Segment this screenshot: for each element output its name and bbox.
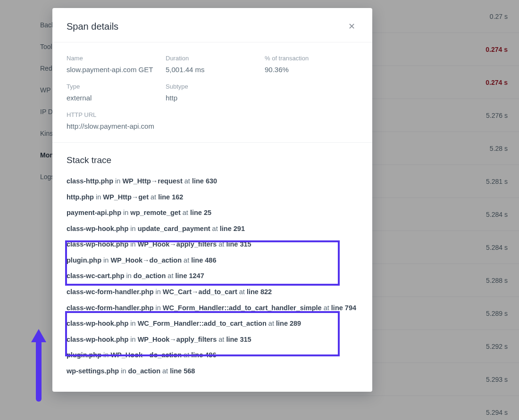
stack-trace-line: class-http.php in WP_Http→request at lin… bbox=[67, 177, 358, 186]
stack-trace-line: http.php in WP_Http→get at line 162 bbox=[67, 193, 358, 202]
stack-trace-list: class-http.php in WP_Http→request at lin… bbox=[67, 177, 358, 376]
modal-header: Span details ✕ bbox=[52, 8, 372, 42]
stack-trace-line: class-wp-hook.php in update_card_payment… bbox=[67, 224, 358, 234]
close-icon[interactable]: ✕ bbox=[345, 19, 358, 33]
stack-trace-line: class-wc-form-handler.php in WC_Cart→add… bbox=[67, 288, 358, 297]
stack-trace-title: Stack trace bbox=[67, 155, 358, 165]
stack-trace-line: class-wp-hook.php in WP_Hook→apply_filte… bbox=[67, 335, 358, 345]
stack-trace-line: class-wc-cart.php in do_action at line 1… bbox=[67, 272, 358, 281]
field-url: HTTP URL http://slow.payment-api.com bbox=[67, 111, 358, 130]
field-duration: Duration 5,001.44 ms bbox=[166, 55, 265, 74]
span-details-modal: Span details ✕ Name slow.payment-api.com… bbox=[52, 8, 372, 392]
stack-trace-line: payment-api.php in wp_remote_get at line… bbox=[67, 208, 358, 218]
stack-trace-section: Stack trace class-http.php in WP_Http→re… bbox=[52, 143, 372, 392]
field-subtype: Subtype http bbox=[166, 83, 265, 102]
span-summary: Name slow.payment-api.com GET Duration 5… bbox=[52, 42, 372, 143]
modal-title: Span details bbox=[67, 21, 118, 32]
field-type: Type external bbox=[67, 83, 166, 102]
stack-trace-line: class-wp-hook.php in WP_Hook→apply_filte… bbox=[67, 240, 358, 249]
stack-trace-line: class-wp-hook.php in WC_Form_Handler::ad… bbox=[67, 319, 358, 329]
stack-trace-line: wp-settings.php in do_action at line 568 bbox=[67, 367, 358, 376]
stack-trace-line: plugin.php in WP_Hook→do_action at line … bbox=[67, 351, 358, 360]
field-percent: % of transaction 90.36% bbox=[265, 55, 358, 74]
stack-trace-line: plugin.php in WP_Hook→do_action at line … bbox=[67, 256, 358, 265]
field-name: Name slow.payment-api.com GET bbox=[67, 55, 166, 74]
stack-trace-line: class-wc-form-handler.php in WC_Form_Han… bbox=[67, 304, 358, 313]
viewport: BackupsToolsRedirectsWP PluginsIP DenyKi… bbox=[0, 0, 519, 420]
